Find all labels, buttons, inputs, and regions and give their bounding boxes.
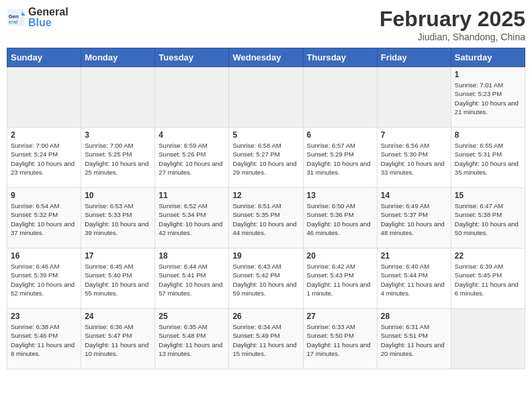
calendar-day-cell <box>81 67 155 128</box>
day-number: 8 <box>455 130 521 140</box>
calendar-day-cell: 19Sunrise: 6:43 AM Sunset: 5:42 PM Dayli… <box>229 248 303 309</box>
logo: Gen eral General Blue <box>7 7 69 28</box>
calendar-day-cell: 18Sunrise: 6:44 AM Sunset: 5:41 PM Dayli… <box>155 248 229 309</box>
day-of-week-header: Saturday <box>451 48 525 67</box>
calendar-day-cell: 1Sunrise: 7:01 AM Sunset: 5:23 PM Daylig… <box>451 67 525 128</box>
calendar-day-cell <box>377 67 451 128</box>
calendar-day-cell: 16Sunrise: 6:46 AM Sunset: 5:39 PM Dayli… <box>7 248 81 309</box>
logo-icon: Gen eral <box>7 8 26 27</box>
day-info: Sunrise: 6:50 AM Sunset: 5:36 PM Dayligh… <box>307 201 373 237</box>
day-info: Sunrise: 7:00 AM Sunset: 5:24 PM Dayligh… <box>11 141 77 177</box>
day-info: Sunrise: 6:52 AM Sunset: 5:34 PM Dayligh… <box>159 201 225 237</box>
calendar-day-cell: 17Sunrise: 6:45 AM Sunset: 5:40 PM Dayli… <box>81 248 155 309</box>
day-info: Sunrise: 6:31 AM Sunset: 5:51 PM Dayligh… <box>381 322 447 358</box>
day-of-week-header: Friday <box>377 48 451 67</box>
calendar-week-row: 2Sunrise: 7:00 AM Sunset: 5:24 PM Daylig… <box>7 128 525 188</box>
calendar-week-row: 1Sunrise: 7:01 AM Sunset: 5:23 PM Daylig… <box>7 67 525 128</box>
calendar-day-cell: 21Sunrise: 6:40 AM Sunset: 5:44 PM Dayli… <box>377 248 451 309</box>
calendar-day-cell <box>303 67 377 128</box>
calendar-day-cell: 8Sunrise: 6:55 AM Sunset: 5:31 PM Daylig… <box>451 128 525 188</box>
calendar-day-cell <box>229 67 303 128</box>
calendar-title: February 2025 <box>380 7 525 32</box>
day-info: Sunrise: 6:53 AM Sunset: 5:33 PM Dayligh… <box>85 201 151 237</box>
day-number: 14 <box>381 191 447 200</box>
day-of-week-header: Wednesday <box>229 48 303 67</box>
calendar-day-cell: 7Sunrise: 6:56 AM Sunset: 5:30 PM Daylig… <box>377 128 451 188</box>
calendar-day-cell: 5Sunrise: 6:58 AM Sunset: 5:27 PM Daylig… <box>229 128 303 188</box>
day-number: 9 <box>11 191 77 200</box>
calendar-day-cell: 26Sunrise: 6:34 AM Sunset: 5:49 PM Dayli… <box>229 309 303 369</box>
day-number: 18 <box>159 251 225 261</box>
calendar-day-cell: 24Sunrise: 6:36 AM Sunset: 5:47 PM Dayli… <box>81 309 155 369</box>
day-of-week-header: Tuesday <box>155 48 229 67</box>
calendar-day-cell: 2Sunrise: 7:00 AM Sunset: 5:24 PM Daylig… <box>7 128 81 188</box>
calendar-day-cell: 6Sunrise: 6:57 AM Sunset: 5:29 PM Daylig… <box>303 128 377 188</box>
calendar-day-cell: 9Sunrise: 6:54 AM Sunset: 5:32 PM Daylig… <box>7 188 81 248</box>
day-number: 12 <box>232 191 299 200</box>
day-info: Sunrise: 6:44 AM Sunset: 5:41 PM Dayligh… <box>159 262 225 298</box>
day-info: Sunrise: 6:46 AM Sunset: 5:39 PM Dayligh… <box>11 262 77 298</box>
day-info: Sunrise: 6:55 AM Sunset: 5:31 PM Dayligh… <box>455 141 521 177</box>
day-info: Sunrise: 6:56 AM Sunset: 5:30 PM Dayligh… <box>381 141 447 177</box>
calendar-day-cell: 12Sunrise: 6:51 AM Sunset: 5:35 PM Dayli… <box>229 188 303 248</box>
day-info: Sunrise: 6:54 AM Sunset: 5:32 PM Dayligh… <box>11 201 77 237</box>
day-of-week-header: Thursday <box>303 48 377 67</box>
day-number: 2 <box>11 130 77 140</box>
calendar-day-cell: 25Sunrise: 6:35 AM Sunset: 5:48 PM Dayli… <box>155 309 229 369</box>
calendar-day-cell: 4Sunrise: 6:59 AM Sunset: 5:26 PM Daylig… <box>155 128 229 188</box>
day-number: 1 <box>455 70 521 79</box>
day-number: 24 <box>85 312 151 321</box>
calendar-day-cell: 20Sunrise: 6:42 AM Sunset: 5:43 PM Dayli… <box>303 248 377 309</box>
day-info: Sunrise: 7:01 AM Sunset: 5:23 PM Dayligh… <box>455 81 521 116</box>
day-number: 5 <box>232 130 299 140</box>
day-of-week-header: Monday <box>81 48 155 67</box>
day-number: 16 <box>11 251 77 261</box>
day-info: Sunrise: 6:58 AM Sunset: 5:27 PM Dayligh… <box>232 141 299 177</box>
calendar-day-cell: 11Sunrise: 6:52 AM Sunset: 5:34 PM Dayli… <box>155 188 229 248</box>
day-number: 7 <box>381 130 447 140</box>
calendar-day-cell: 27Sunrise: 6:33 AM Sunset: 5:50 PM Dayli… <box>303 309 377 369</box>
calendar-day-cell: 23Sunrise: 6:38 AM Sunset: 5:46 PM Dayli… <box>7 309 81 369</box>
day-number: 17 <box>85 251 151 261</box>
day-info: Sunrise: 6:59 AM Sunset: 5:26 PM Dayligh… <box>159 141 225 177</box>
day-number: 11 <box>159 191 225 200</box>
svg-text:eral: eral <box>9 19 18 25</box>
day-number: 6 <box>307 130 373 140</box>
day-number: 10 <box>85 191 151 200</box>
day-info: Sunrise: 6:40 AM Sunset: 5:44 PM Dayligh… <box>381 262 447 298</box>
day-number: 28 <box>381 312 447 321</box>
calendar-day-cell: 15Sunrise: 6:47 AM Sunset: 5:38 PM Dayli… <box>451 188 525 248</box>
calendar-week-row: 16Sunrise: 6:46 AM Sunset: 5:39 PM Dayli… <box>7 248 525 309</box>
calendar-day-cell: 22Sunrise: 6:39 AM Sunset: 5:45 PM Dayli… <box>451 248 525 309</box>
calendar-day-cell <box>155 67 229 128</box>
day-info: Sunrise: 6:33 AM Sunset: 5:50 PM Dayligh… <box>307 322 373 358</box>
calendar-day-cell: 3Sunrise: 7:00 AM Sunset: 5:25 PM Daylig… <box>81 128 155 188</box>
calendar-week-row: 23Sunrise: 6:38 AM Sunset: 5:46 PM Dayli… <box>7 309 525 369</box>
calendar-week-row: 9Sunrise: 6:54 AM Sunset: 5:32 PM Daylig… <box>7 188 525 248</box>
day-number: 20 <box>307 251 373 261</box>
day-number: 15 <box>455 191 521 200</box>
day-info: Sunrise: 6:49 AM Sunset: 5:37 PM Dayligh… <box>381 201 447 237</box>
day-info: Sunrise: 7:00 AM Sunset: 5:25 PM Dayligh… <box>85 141 151 177</box>
calendar-day-cell <box>451 309 525 369</box>
title-area: February 2025 Jiudian, Shandong, China <box>380 7 525 42</box>
day-number: 21 <box>381 251 447 261</box>
day-of-week-header: Sunday <box>7 48 81 67</box>
day-info: Sunrise: 6:35 AM Sunset: 5:48 PM Dayligh… <box>159 322 225 358</box>
day-number: 22 <box>455 251 521 261</box>
day-info: Sunrise: 6:34 AM Sunset: 5:49 PM Dayligh… <box>232 322 299 358</box>
day-info: Sunrise: 6:47 AM Sunset: 5:38 PM Dayligh… <box>455 201 521 237</box>
day-info: Sunrise: 6:39 AM Sunset: 5:45 PM Dayligh… <box>455 262 521 298</box>
day-number: 3 <box>85 130 151 140</box>
calendar-day-cell: 14Sunrise: 6:49 AM Sunset: 5:37 PM Dayli… <box>377 188 451 248</box>
calendar-header-row: SundayMondayTuesdayWednesdayThursdayFrid… <box>7 48 525 67</box>
day-info: Sunrise: 6:57 AM Sunset: 5:29 PM Dayligh… <box>307 141 373 177</box>
calendar-day-cell <box>7 67 81 128</box>
day-number: 23 <box>11 312 77 321</box>
day-info: Sunrise: 6:51 AM Sunset: 5:35 PM Dayligh… <box>232 201 299 237</box>
day-number: 19 <box>232 251 299 261</box>
calendar-table: SundayMondayTuesdayWednesdayThursdayFrid… <box>7 48 525 369</box>
day-number: 4 <box>159 130 225 140</box>
day-info: Sunrise: 6:45 AM Sunset: 5:40 PM Dayligh… <box>85 262 151 298</box>
day-number: 25 <box>159 312 225 321</box>
